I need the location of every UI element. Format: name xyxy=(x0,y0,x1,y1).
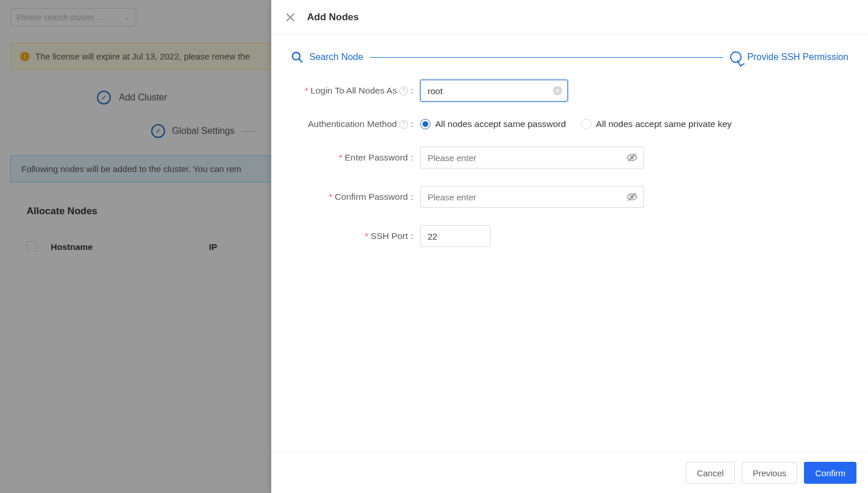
colon: : xyxy=(410,119,413,129)
enter-password-label-text: Enter Password xyxy=(345,152,407,163)
colon: : xyxy=(410,152,413,163)
wizard-step-search-node-label: Search Node xyxy=(309,52,363,62)
help-icon[interactable]: ? xyxy=(399,120,408,129)
required-star: * xyxy=(365,231,368,241)
auth-method-label: Authentication Method ? : xyxy=(291,119,420,129)
enter-password-label: * Enter Password : xyxy=(291,152,420,163)
required-star: * xyxy=(329,192,332,202)
key-icon xyxy=(730,51,742,63)
wizard-connector-line xyxy=(370,57,723,58)
previous-button[interactable]: Previous xyxy=(742,462,797,484)
clear-icon[interactable]: ✕ xyxy=(553,86,562,95)
enter-password-wrap xyxy=(420,147,644,169)
drawer-footer: Cancel Previous Confirm xyxy=(271,452,868,493)
form-row-auth-method: Authentication Method ? : All nodes acce… xyxy=(291,119,848,129)
drawer-title: Add Nodes xyxy=(307,12,359,23)
search-icon xyxy=(291,51,304,64)
radio-icon-checked xyxy=(420,119,431,129)
login-label-text: Login To All Nodes As xyxy=(310,85,397,96)
close-icon[interactable] xyxy=(285,12,295,23)
confirm-password-label: * Confirm Password : xyxy=(291,192,420,202)
confirm-password-label-text: Confirm Password xyxy=(335,192,408,202)
radio-icon-unchecked xyxy=(581,119,592,129)
colon: : xyxy=(410,85,413,96)
required-star: * xyxy=(339,152,342,163)
wizard-step-provide-ssh[interactable]: Provide SSH Permission xyxy=(730,51,848,63)
ssh-form: * Login To All Nodes As ? : ✕ Authentica… xyxy=(271,68,868,276)
drawer-header: Add Nodes xyxy=(271,0,868,35)
confirm-password-input[interactable] xyxy=(420,186,644,208)
ssh-port-label-text: SSH Port xyxy=(371,231,408,241)
form-row-enter-password: * Enter Password : xyxy=(291,147,848,169)
drawer-wizard-steps: Search Node Provide SSH Permission xyxy=(271,35,868,68)
auth-method-radio-group: All nodes accept same password All nodes… xyxy=(420,119,732,129)
help-icon[interactable]: ? xyxy=(399,87,408,95)
ssh-port-input[interactable] xyxy=(420,225,491,247)
wizard-step-provide-ssh-label: Provide SSH Permission xyxy=(747,52,848,62)
radio-same-private-key[interactable]: All nodes accept same private key xyxy=(581,119,732,129)
login-input[interactable] xyxy=(420,80,568,102)
radio-same-password-label: All nodes accept same password xyxy=(435,119,566,129)
svg-line-1 xyxy=(299,59,302,62)
form-row-login: * Login To All Nodes As ? : ✕ xyxy=(291,80,848,102)
radio-same-password[interactable]: All nodes accept same password xyxy=(420,119,566,129)
colon: : xyxy=(410,231,413,241)
login-label: * Login To All Nodes As ? : xyxy=(291,85,420,96)
auth-method-label-text: Authentication Method xyxy=(308,119,396,129)
cancel-button[interactable]: Cancel xyxy=(686,462,735,484)
form-row-ssh-port: * SSH Port : xyxy=(291,225,848,247)
ssh-port-label: * SSH Port : xyxy=(291,231,420,241)
radio-same-private-key-label: All nodes accept same private key xyxy=(596,119,732,129)
required-star: * xyxy=(305,85,308,96)
eye-off-icon[interactable] xyxy=(627,192,637,202)
wizard-step-search-node[interactable]: Search Node xyxy=(291,51,363,64)
confirm-password-wrap xyxy=(420,186,644,208)
add-nodes-drawer: Add Nodes Search Node Provide SSH Permis… xyxy=(271,0,868,493)
colon: : xyxy=(410,192,413,202)
eye-off-icon[interactable] xyxy=(627,152,637,163)
form-row-confirm-password: * Confirm Password : xyxy=(291,186,848,208)
enter-password-input[interactable] xyxy=(420,147,644,169)
confirm-button[interactable]: Confirm xyxy=(804,462,856,484)
login-input-wrap: ✕ xyxy=(420,80,568,102)
